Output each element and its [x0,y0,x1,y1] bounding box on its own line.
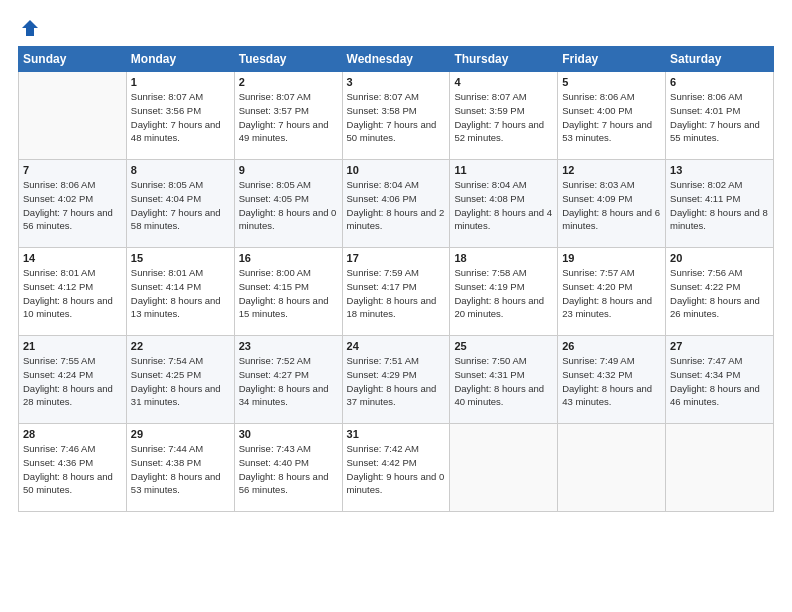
day-info: Sunrise: 7:56 AMSunset: 4:22 PMDaylight:… [670,267,760,319]
week-row-4: 28Sunrise: 7:46 AMSunset: 4:36 PMDayligh… [19,424,774,512]
day-cell: 9Sunrise: 8:05 AMSunset: 4:05 PMDaylight… [234,160,342,248]
day-number: 22 [131,340,230,352]
day-info: Sunrise: 7:47 AMSunset: 4:34 PMDaylight:… [670,355,760,407]
day-cell: 19Sunrise: 7:57 AMSunset: 4:20 PMDayligh… [558,248,666,336]
day-number: 13 [670,164,769,176]
day-cell: 7Sunrise: 8:06 AMSunset: 4:02 PMDaylight… [19,160,127,248]
day-cell: 11Sunrise: 8:04 AMSunset: 4:08 PMDayligh… [450,160,558,248]
day-cell: 21Sunrise: 7:55 AMSunset: 4:24 PMDayligh… [19,336,127,424]
day-cell: 23Sunrise: 7:52 AMSunset: 4:27 PMDayligh… [234,336,342,424]
day-info: Sunrise: 8:05 AMSunset: 4:04 PMDaylight:… [131,179,221,231]
day-number: 16 [239,252,338,264]
day-number: 25 [454,340,553,352]
day-cell: 12Sunrise: 8:03 AMSunset: 4:09 PMDayligh… [558,160,666,248]
week-row-2: 14Sunrise: 8:01 AMSunset: 4:12 PMDayligh… [19,248,774,336]
day-info: Sunrise: 8:00 AMSunset: 4:15 PMDaylight:… [239,267,329,319]
week-row-3: 21Sunrise: 7:55 AMSunset: 4:24 PMDayligh… [19,336,774,424]
day-info: Sunrise: 8:06 AMSunset: 4:02 PMDaylight:… [23,179,113,231]
day-info: Sunrise: 8:01 AMSunset: 4:14 PMDaylight:… [131,267,221,319]
day-cell: 27Sunrise: 7:47 AMSunset: 4:34 PMDayligh… [666,336,774,424]
day-number: 10 [347,164,446,176]
day-info: Sunrise: 7:50 AMSunset: 4:31 PMDaylight:… [454,355,544,407]
day-cell [19,72,127,160]
col-tuesday: Tuesday [234,47,342,72]
day-number: 2 [239,76,338,88]
col-saturday: Saturday [666,47,774,72]
week-row-0: 1Sunrise: 8:07 AMSunset: 3:56 PMDaylight… [19,72,774,160]
day-cell [666,424,774,512]
page: Sunday Monday Tuesday Wednesday Thursday… [0,0,792,612]
day-number: 17 [347,252,446,264]
day-info: Sunrise: 8:07 AMSunset: 3:58 PMDaylight:… [347,91,437,143]
week-row-1: 7Sunrise: 8:06 AMSunset: 4:02 PMDaylight… [19,160,774,248]
day-number: 28 [23,428,122,440]
col-sunday: Sunday [19,47,127,72]
day-number: 5 [562,76,661,88]
day-number: 4 [454,76,553,88]
day-info: Sunrise: 8:03 AMSunset: 4:09 PMDaylight:… [562,179,660,231]
day-info: Sunrise: 7:51 AMSunset: 4:29 PMDaylight:… [347,355,437,407]
day-number: 11 [454,164,553,176]
day-cell: 28Sunrise: 7:46 AMSunset: 4:36 PMDayligh… [19,424,127,512]
day-number: 29 [131,428,230,440]
day-info: Sunrise: 7:52 AMSunset: 4:27 PMDaylight:… [239,355,329,407]
col-monday: Monday [126,47,234,72]
svg-marker-0 [22,20,38,36]
day-cell [450,424,558,512]
day-info: Sunrise: 7:42 AMSunset: 4:42 PMDaylight:… [347,443,445,495]
day-number: 18 [454,252,553,264]
day-number: 30 [239,428,338,440]
day-number: 12 [562,164,661,176]
day-cell: 25Sunrise: 7:50 AMSunset: 4:31 PMDayligh… [450,336,558,424]
day-cell: 2Sunrise: 8:07 AMSunset: 3:57 PMDaylight… [234,72,342,160]
day-cell: 4Sunrise: 8:07 AMSunset: 3:59 PMDaylight… [450,72,558,160]
day-cell: 15Sunrise: 8:01 AMSunset: 4:14 PMDayligh… [126,248,234,336]
day-cell: 31Sunrise: 7:42 AMSunset: 4:42 PMDayligh… [342,424,450,512]
day-info: Sunrise: 8:07 AMSunset: 3:56 PMDaylight:… [131,91,221,143]
day-number: 24 [347,340,446,352]
col-thursday: Thursday [450,47,558,72]
day-cell: 20Sunrise: 7:56 AMSunset: 4:22 PMDayligh… [666,248,774,336]
day-info: Sunrise: 7:58 AMSunset: 4:19 PMDaylight:… [454,267,544,319]
day-info: Sunrise: 8:06 AMSunset: 4:00 PMDaylight:… [562,91,652,143]
day-number: 3 [347,76,446,88]
day-number: 14 [23,252,122,264]
day-cell: 24Sunrise: 7:51 AMSunset: 4:29 PMDayligh… [342,336,450,424]
day-cell: 18Sunrise: 7:58 AMSunset: 4:19 PMDayligh… [450,248,558,336]
day-cell: 3Sunrise: 8:07 AMSunset: 3:58 PMDaylight… [342,72,450,160]
day-number: 15 [131,252,230,264]
day-cell: 16Sunrise: 8:00 AMSunset: 4:15 PMDayligh… [234,248,342,336]
day-number: 1 [131,76,230,88]
day-number: 21 [23,340,122,352]
calendar-table: Sunday Monday Tuesday Wednesday Thursday… [18,46,774,512]
day-number: 9 [239,164,338,176]
day-info: Sunrise: 7:49 AMSunset: 4:32 PMDaylight:… [562,355,652,407]
day-cell: 6Sunrise: 8:06 AMSunset: 4:01 PMDaylight… [666,72,774,160]
day-number: 8 [131,164,230,176]
day-info: Sunrise: 8:05 AMSunset: 4:05 PMDaylight:… [239,179,337,231]
logo [18,18,40,38]
day-cell: 26Sunrise: 7:49 AMSunset: 4:32 PMDayligh… [558,336,666,424]
day-info: Sunrise: 8:07 AMSunset: 3:59 PMDaylight:… [454,91,544,143]
day-number: 23 [239,340,338,352]
day-cell: 1Sunrise: 8:07 AMSunset: 3:56 PMDaylight… [126,72,234,160]
day-cell [558,424,666,512]
logo-icon [20,18,40,38]
day-number: 31 [347,428,446,440]
day-cell: 5Sunrise: 8:06 AMSunset: 4:00 PMDaylight… [558,72,666,160]
day-number: 7 [23,164,122,176]
day-info: Sunrise: 7:44 AMSunset: 4:38 PMDaylight:… [131,443,221,495]
day-number: 19 [562,252,661,264]
day-info: Sunrise: 7:59 AMSunset: 4:17 PMDaylight:… [347,267,437,319]
day-cell: 30Sunrise: 7:43 AMSunset: 4:40 PMDayligh… [234,424,342,512]
day-cell: 29Sunrise: 7:44 AMSunset: 4:38 PMDayligh… [126,424,234,512]
day-info: Sunrise: 7:54 AMSunset: 4:25 PMDaylight:… [131,355,221,407]
col-friday: Friday [558,47,666,72]
day-cell: 22Sunrise: 7:54 AMSunset: 4:25 PMDayligh… [126,336,234,424]
day-number: 26 [562,340,661,352]
day-info: Sunrise: 8:04 AMSunset: 4:06 PMDaylight:… [347,179,445,231]
day-info: Sunrise: 8:06 AMSunset: 4:01 PMDaylight:… [670,91,760,143]
day-info: Sunrise: 8:04 AMSunset: 4:08 PMDaylight:… [454,179,552,231]
day-cell: 13Sunrise: 8:02 AMSunset: 4:11 PMDayligh… [666,160,774,248]
day-info: Sunrise: 8:01 AMSunset: 4:12 PMDaylight:… [23,267,113,319]
